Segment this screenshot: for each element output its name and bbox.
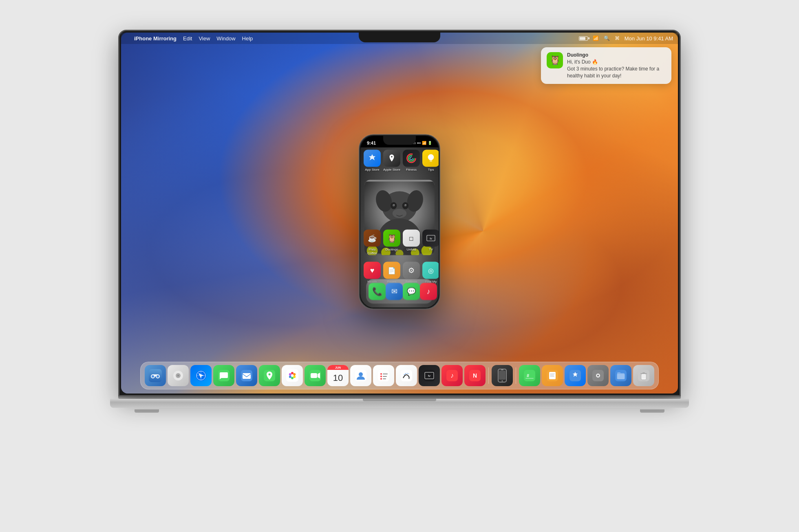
iphone-dock: 📞 ✉ [366, 279, 433, 304]
dock-mail-app-icon: ✉ [386, 283, 403, 300]
iphone-homescreen[interactable]: App Store Apple Store [360, 147, 439, 308]
dock-news[interactable]: N [464, 365, 486, 386]
iphone-app-unfold[interactable]: ◻ Unfold [403, 230, 420, 255]
dock-facetime[interactable] [305, 365, 326, 386]
settings-app-icon: ⚙ [403, 262, 420, 279]
notification-banner[interactable]: 🦉 Duolingo Hi, it's Duo 🔥 Got 3 minutes … [541, 47, 671, 84]
svg-text:♪: ♪ [450, 372, 454, 379]
iphone-mirroring-window[interactable]: 9:41 ⏱ 15m ▪▪▪ 📶 🔋 [359, 134, 440, 310]
dock-calendar[interactable]: JUN 10 [327, 365, 349, 386]
dock-appstore[interactable] [565, 365, 586, 386]
macbook: iPhone Mirroring Edit View Window Help 📶… [114, 30, 685, 502]
battery-icon [579, 36, 588, 41]
svg-rect-90 [640, 373, 647, 374]
svg-point-12 [405, 204, 406, 206]
iphone-wifi: 📶 [422, 141, 426, 145]
svg-point-14 [393, 209, 406, 218]
tips-app-icon [422, 150, 439, 167]
macbook-lid: iPhone Mirroring Edit View Window Help 📶… [118, 30, 681, 396]
phone-app-icon: 📞 [369, 283, 386, 300]
applestore-label: Apple Store [383, 168, 400, 171]
menubar-help[interactable]: Help [242, 35, 253, 42]
dock-separator [488, 367, 489, 384]
svg-rect-80 [550, 375, 554, 376]
iphone-app-tv[interactable]: tv TV [422, 230, 439, 255]
iphone-battery: 🔋 [428, 141, 432, 145]
iphone-dock-messages[interactable]: 💬 [403, 283, 420, 300]
dock-maps[interactable] [259, 365, 280, 386]
svg-point-11 [393, 204, 395, 206]
menubar-right: 📶 🔍 ⌘ Mon Jun 10 9:41 AM [579, 35, 673, 42]
svg-point-56 [380, 373, 382, 375]
dock-numbers[interactable]: # [519, 365, 540, 386]
svg-rect-62 [401, 370, 412, 381]
dock-safari[interactable] [190, 365, 212, 386]
svg-point-29 [152, 375, 154, 378]
svg-point-30 [157, 375, 159, 378]
svg-rect-51 [311, 373, 317, 378]
dock-reminders[interactable] [373, 365, 394, 386]
unfold-app-icon: ◻ [403, 230, 420, 247]
svg-point-48 [289, 376, 291, 378]
dock-iphone-mirroring[interactable] [492, 365, 513, 386]
dock-messages[interactable] [213, 365, 234, 386]
svg-rect-91 [642, 372, 645, 373]
iphone-notch [383, 135, 416, 145]
iphone-dock-phone[interactable]: 📞 [369, 283, 386, 300]
iphone-screen[interactable]: 9:41 ⏱ 15m ▪▪▪ 📶 🔋 [360, 136, 439, 308]
svg-rect-78 [549, 372, 556, 379]
dock-messages-app-icon: 💬 [403, 283, 420, 300]
search-icon[interactable]: 🔍 [604, 35, 610, 41]
iphone-app-applestore[interactable]: Apple Store [383, 150, 400, 171]
iphone-app-tips[interactable]: Tips [422, 150, 439, 171]
dock-music-app-icon: ♪ [420, 283, 437, 300]
svg-rect-55 [378, 370, 389, 381]
fitness-app-icon [403, 150, 420, 167]
dock-contacts[interactable] [350, 365, 371, 386]
svg-rect-76 [525, 378, 534, 379]
dock-settings[interactable] [587, 365, 609, 386]
menubar-window[interactable]: Window [216, 35, 235, 42]
duolingo-app-icon: 🦉 [383, 230, 400, 247]
svg-rect-43 [286, 369, 298, 382]
dock-photos[interactable] [282, 365, 303, 386]
menubar-datetime: Mon Jun 10 9:41 AM [625, 35, 673, 42]
svg-point-1 [408, 156, 414, 161]
tv-app-icon: tv [422, 230, 439, 247]
svg-rect-79 [550, 374, 555, 374]
menubar-left: iPhone Mirroring Edit View Window Help [126, 35, 253, 42]
menubar-view[interactable]: View [199, 35, 210, 42]
iphone-dock-mail[interactable]: ✉ [386, 283, 403, 300]
iphone-app-philz[interactable]: ☕ Philz Coffee [364, 230, 381, 255]
svg-point-60 [380, 378, 382, 380]
svg-text:#: # [527, 373, 529, 378]
menubar-edit[interactable]: Edit [183, 35, 192, 42]
notification-app-name: Duolingo [567, 52, 666, 58]
svg-rect-61 [383, 378, 386, 379]
dock-finder[interactable] [145, 365, 166, 386]
svg-text:tv: tv [428, 374, 430, 378]
svg-point-54 [359, 372, 363, 376]
dock-separator-2 [516, 367, 516, 384]
dock-music[interactable]: ♪ [441, 365, 463, 386]
fitness-label: Fitness [406, 168, 417, 171]
iphone-app-duolingo[interactable]: 🦉 Duolingo [383, 230, 400, 255]
dock-folder[interactable] [610, 365, 631, 386]
dock-mail[interactable] [236, 365, 257, 386]
iphone-app-fitness[interactable]: Fitness [403, 150, 420, 171]
svg-rect-74 [524, 370, 535, 381]
iphone-app-appstore[interactable]: App Store [364, 150, 381, 171]
dock-launchpad[interactable] [168, 365, 189, 386]
siri-icon[interactable]: ⌘ [615, 35, 620, 41]
notification-content: Duolingo Hi, it's Duo 🔥 Got 3 minutes to… [567, 52, 666, 79]
svg-rect-71 [499, 371, 505, 380]
dock-tv[interactable]: tv [419, 365, 440, 386]
applestore-app-icon [383, 150, 400, 167]
dock-pages[interactable] [542, 365, 563, 386]
svg-rect-81 [550, 376, 554, 377]
svg-rect-57 [383, 374, 388, 374]
menubar-app-name[interactable]: iPhone Mirroring [134, 35, 177, 42]
iphone-dock-music[interactable]: ♪ [420, 283, 437, 300]
dock-trash[interactable] [633, 365, 654, 386]
dock-freeform[interactable] [396, 365, 417, 386]
